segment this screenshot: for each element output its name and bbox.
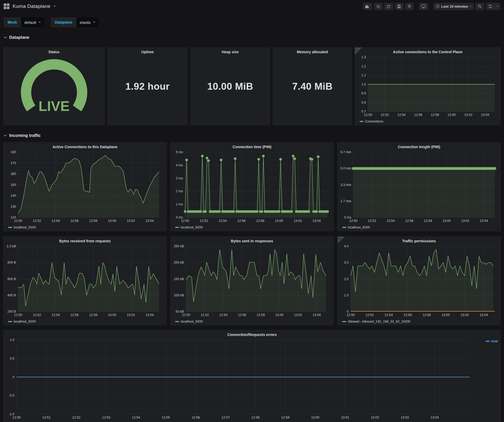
panel-title[interactable]: Heap size: [191, 47, 270, 55]
status-gauge: LIVE: [3, 55, 104, 125]
panel-info-icon[interactable]: i: [355, 47, 362, 55]
svg-text:13:04: 13:04: [313, 219, 321, 223]
panel-title[interactable]: Connection length (P99): [338, 142, 501, 149]
legend-item[interactable]: total: [486, 339, 498, 343]
panel-title[interactable]: Active Connections to this Dataplane: [3, 142, 166, 149]
svg-text:13:00: 13:00: [311, 416, 319, 419]
svg-text:2 ms: 2 ms: [176, 189, 183, 193]
panel-title[interactable]: Memory allocated: [273, 47, 352, 55]
panel-dp-connections: Active Connections to this Dataplane 120…: [3, 142, 167, 231]
svg-text:100 kB: 100 kB: [174, 293, 184, 297]
panel-traffic-permissions: i Traffic permissions 01.02.03.04.012:50…: [337, 236, 501, 325]
connection-time-chart[interactable]: 0 ms1 ms2 ms3 ms4 ms5 ms12:5012:5212:541…: [171, 150, 331, 230]
svg-text:12:59: 12:59: [281, 416, 289, 419]
panel-bytes-received: Bytes received from requests 200 B400 B6…: [3, 236, 167, 325]
svg-text:5 ms: 5 ms: [176, 150, 183, 154]
add-panel-button[interactable]: [363, 3, 372, 10]
svg-text:4 ms: 4 ms: [176, 163, 183, 167]
panel-title[interactable]: Bytes sent in responses: [170, 237, 333, 244]
svg-text:13:04: 13:04: [480, 313, 488, 317]
panel-title[interactable]: Status: [3, 47, 104, 55]
panel-title[interactable]: Traffic permissions: [338, 237, 501, 244]
panel-errors: Connection/Requests errors -1.0-0.500.51…: [3, 330, 501, 422]
dashboard-title-caret-icon[interactable]: [54, 6, 56, 7]
legend-item[interactable]: localhost_9200: [175, 320, 203, 323]
monitor-icon: [421, 4, 426, 8]
svg-text:0 ms: 0 ms: [176, 216, 183, 219]
heap-size-value: 10.00 MiB: [207, 81, 253, 92]
legend-label: localhost_9200: [181, 226, 203, 229]
svg-text:12:54: 12:54: [397, 113, 406, 117]
legend-item[interactable]: localhost_9200: [8, 320, 36, 323]
mesh-value-dropdown[interactable]: default: [21, 17, 44, 27]
svg-text:13:04: 13:04: [480, 219, 488, 223]
add-panel-icon: [365, 4, 370, 8]
svg-text:12:50: 12:50: [182, 313, 190, 317]
svg-text:12:56: 12:56: [405, 219, 413, 223]
panel-status: Status LIVE: [3, 47, 105, 125]
svg-text:12:54: 12:54: [386, 219, 395, 223]
svg-text:12:56: 12:56: [237, 219, 245, 223]
zoom-out-button[interactable]: [475, 3, 484, 10]
svg-text:13:02: 13:02: [294, 313, 302, 317]
dataplane-caret-icon: [93, 22, 95, 23]
share-button[interactable]: [384, 3, 393, 10]
panel-title[interactable]: Connection/Requests errors: [3, 330, 501, 337]
errors-chart[interactable]: -1.0-0.500.51.012:5012:5112:5212:5312:54…: [4, 338, 498, 421]
save-button[interactable]: [395, 3, 403, 10]
section-dataplane[interactable]: Dataplane: [4, 34, 500, 41]
svg-text:13:00: 13:00: [442, 313, 450, 317]
svg-text:13:00: 13:00: [275, 219, 283, 223]
svg-text:12:52: 12:52: [365, 313, 374, 317]
dataplane-variable: Dataplane elastic: [51, 17, 99, 27]
traffic-permissions-chart[interactable]: 01.02.03.04.012:5012:5212:5412:5612:5813…: [339, 244, 498, 324]
legend-item[interactable]: localhost_9200: [342, 226, 370, 229]
dashboard-title[interactable]: Kuma Dataplane: [13, 3, 50, 9]
panel-title[interactable]: Connection time (P99): [170, 142, 333, 149]
svg-text:13:02: 13:02: [464, 113, 472, 117]
section-title: Dataplane: [9, 35, 29, 40]
svg-text:800 B: 800 B: [7, 261, 16, 264]
star-button[interactable]: [374, 3, 383, 10]
legend-item[interactable]: Connections: [360, 120, 384, 123]
refresh-button[interactable]: [486, 3, 495, 10]
svg-text:2.0: 2.0: [344, 277, 348, 281]
svg-text:12:54: 12:54: [219, 313, 228, 317]
svg-text:12:58: 12:58: [256, 219, 264, 223]
legend-item[interactable]: Allowed - inbound_192_168_33_50_19200: [342, 320, 410, 323]
panel-info-icon[interactable]: i: [338, 237, 345, 244]
svg-text:12:56: 12:56: [414, 113, 422, 117]
svg-text:12:58: 12:58: [251, 416, 260, 419]
legend-item[interactable]: localhost_9200: [175, 226, 203, 229]
panel-title[interactable]: Uptime: [108, 47, 187, 55]
cycle-view-button[interactable]: [419, 3, 428, 10]
svg-text:13:00: 13:00: [448, 113, 456, 117]
bytes-sent-chart[interactable]: 50 kB100 kB150 kB200 kB250 kB12:5012:521…: [171, 244, 331, 324]
legend-swatch: [486, 341, 490, 342]
panel-title[interactable]: Bytes received from requests: [3, 237, 166, 244]
svg-text:0.7: 0.7: [361, 110, 366, 113]
refresh-interval-caret-button[interactable]: [495, 3, 500, 10]
dashboard-grid-icon[interactable]: [4, 3, 9, 9]
time-range-label: Last 15 minutes: [441, 4, 468, 8]
panel-title[interactable]: Active connections to the Control Plane: [355, 47, 501, 55]
bytes-received-chart[interactable]: 200 B400 B600 B800 B1.0 kB12:5012:5212:5…: [4, 244, 164, 324]
dataplane-value: elastic: [80, 20, 91, 25]
mesh-variable: Mesh default: [4, 17, 44, 27]
dp-connections-chart[interactable]: 12013014015016017018012:5012:5212:5412:5…: [4, 150, 164, 230]
mesh-label: Mesh: [4, 17, 21, 27]
svg-text:400 B: 400 B: [7, 293, 16, 297]
connection-length-chart[interactable]: 0 ms1.7 min3.3 min5.0 min6.7 min12:5012:…: [339, 150, 498, 230]
cp-connections-chart[interactable]: 0.70.80.91.01.11.21.312:5012:5212:5412:5…: [356, 55, 498, 124]
svg-text:12:58: 12:58: [431, 113, 439, 117]
settings-button[interactable]: ⚙: [405, 3, 414, 10]
legend-swatch: [175, 321, 179, 322]
dataplane-value-dropdown[interactable]: elastic: [76, 17, 99, 27]
svg-text:12:55: 12:55: [162, 416, 170, 419]
svg-text:13:03: 13:03: [401, 416, 409, 419]
section-incoming-traffic[interactable]: Incoming traffic: [4, 132, 500, 139]
svg-text:6.7 min: 6.7 min: [340, 150, 351, 154]
legend-item[interactable]: localhost_9200: [8, 226, 36, 229]
time-range-picker[interactable]: Last 15 minutes: [433, 3, 474, 10]
save-icon: [397, 4, 401, 8]
